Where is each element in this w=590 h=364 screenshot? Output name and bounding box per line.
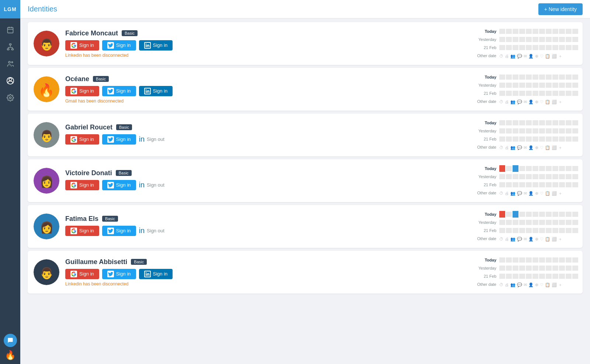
action-icon-1-3[interactable]: 🖨 [505,145,509,150]
action-icon-3-1[interactable]: 💬 [517,54,522,59]
signout-label-5[interactable]: Sign out [147,228,164,233]
action-icon-7-4[interactable]: ♡ [540,191,544,196]
action-icon-10-2[interactable]: ＋ [558,99,562,105]
action-icon-7-1[interactable]: ♡ [540,54,544,59]
action-icon-8-1[interactable]: 📋 [545,54,550,59]
action-icon-4-1[interactable]: ✉ [524,54,527,59]
google-signin-button-4[interactable]: Sign in [65,180,99,190]
action-icon-9-4[interactable]: ⬜ [552,191,557,196]
twitter-signin-button-3[interactable]: Sign in [102,134,136,145]
action-icon-4-3[interactable]: ✉ [524,145,527,150]
action-icon-6-4[interactable]: ⊕ [535,191,538,196]
google-signin-button-3[interactable]: Sign in [65,134,99,145]
action-icon-3-3[interactable]: 💬 [517,145,522,150]
action-icon-8-3[interactable]: 📋 [545,145,550,150]
action-icon-8-5[interactable]: 📋 [545,237,550,242]
action-icon-10-6[interactable]: ＋ [558,282,562,288]
action-icon-4-5[interactable]: ✉ [524,237,527,242]
action-icon-5-1[interactable]: 👤 [528,54,534,59]
action-icon-2-4[interactable]: 👥 [510,191,516,196]
twitter-signin-button-1[interactable]: Sign in [102,40,136,51]
action-icon-5-5[interactable]: 👤 [528,237,534,242]
google-signin-button-6[interactable]: Sign in [65,269,99,279]
twitter-signin-button-4[interactable]: Sign in [102,180,136,190]
action-icon-2-2[interactable]: 👥 [510,100,516,104]
action-icon-6-1[interactable]: ⊕ [535,54,538,59]
action-icon-9-1[interactable]: ⬜ [552,54,557,59]
action-icon-3-6[interactable]: 💬 [517,282,522,287]
action-icon-4-6[interactable]: ✉ [524,282,527,287]
action-icon-0-6[interactable]: ⏱ [499,282,503,287]
action-icon-7-2[interactable]: ♡ [540,100,544,104]
action-icon-3-4[interactable]: 💬 [517,191,522,196]
signout-label-3[interactable]: Sign out [147,136,164,142]
action-icon-0-2[interactable]: ⏱ [499,100,503,104]
google-signin-button-2[interactable]: Sign in [65,86,99,96]
action-icon-0-1[interactable]: ⏱ [499,54,503,58]
new-identity-button[interactable]: + New identity [538,3,583,15]
twitter-signin-button-5[interactable]: Sign in [102,226,136,236]
action-icon-8-2[interactable]: 📋 [545,100,550,104]
action-icon-5-4[interactable]: 👤 [528,191,534,196]
action-icon-2-5[interactable]: 👥 [510,237,516,242]
action-icon-1-6[interactable]: 🖨 [505,282,509,287]
sidebar-logo[interactable]: LGM [0,0,20,18]
action-icon-6-5[interactable]: ⊕ [535,237,538,242]
chat-button[interactable] [4,334,17,347]
action-icon-9-3[interactable]: ⬜ [552,145,557,150]
action-icon-5-2[interactable]: 👤 [528,100,534,104]
action-icon-9-2[interactable]: ⬜ [552,100,557,104]
action-icon-4-2[interactable]: ✉ [524,100,527,104]
sidebar-item-settings[interactable] [0,90,20,107]
action-icon-6-2[interactable]: ⊕ [535,100,538,104]
linkedin-signin-button-6[interactable]: Sign in [139,269,173,279]
action-icon-10-3[interactable]: ＋ [558,145,562,150]
action-icon-8-6[interactable]: 📋 [545,282,550,287]
action-icon-5-6[interactable]: 👤 [528,282,534,287]
action-icon-10-5[interactable]: ＋ [558,236,562,242]
action-icon-6-3[interactable]: ⊕ [535,145,538,150]
action-icon-10-4[interactable]: ＋ [558,191,562,196]
svg-point-11 [8,61,10,63]
linkedin-signin-button-2[interactable]: Sign in [139,86,173,96]
sidebar-item-calendar[interactable] [0,22,20,39]
linkedin-signout-3[interactable]: in Sign out [139,135,164,143]
action-icon-2-6[interactable]: 👥 [510,282,516,287]
action-icon-1-2[interactable]: 🖨 [505,100,509,104]
action-icon-1-1[interactable]: 🖨 [505,54,509,58]
action-icon-9-5[interactable]: ⬜ [552,237,557,242]
action-icon-7-6[interactable]: ♡ [540,282,544,287]
action-icon-8-4[interactable]: 📋 [545,191,550,196]
sidebar-item-org[interactable] [0,39,20,56]
action-icon-7-5[interactable]: ♡ [540,237,544,242]
bar [506,128,512,134]
twitter-signin-button-2[interactable]: Sign in [102,86,136,96]
twitter-signin-button-6[interactable]: Sign in [102,269,136,279]
action-icon-7-3[interactable]: ♡ [540,145,544,150]
action-icon-2-1[interactable]: 👥 [510,54,516,59]
action-icon-1-4[interactable]: 🖨 [505,191,509,195]
action-icon-0-4[interactable]: ⏱ [499,191,503,195]
action-icon-4-4[interactable]: ✉ [524,191,527,196]
linkedin-signout-4[interactable]: in Sign out [139,181,164,189]
fire-icon[interactable]: 🔥 [5,350,16,360]
action-icon-0-3[interactable]: ⏱ [499,145,503,150]
action-icon-1-5[interactable]: 🖨 [505,237,509,241]
google-signin-button-5[interactable]: Sign in [65,226,99,236]
bar [566,91,572,96]
linkedin-signin-button-1[interactable]: Sign in [139,40,173,51]
signout-label-4[interactable]: Sign out [147,182,164,188]
linkedin-signout-5[interactable]: in Sign out [139,226,164,235]
sidebar-item-identity[interactable] [0,73,20,90]
sidebar-item-users[interactable] [0,56,20,73]
action-icon-0-5[interactable]: ⏱ [499,237,503,241]
action-icon-9-6[interactable]: ⬜ [552,282,557,287]
google-signin-button-1[interactable]: Sign in [65,40,99,51]
action-icon-3-5[interactable]: 💬 [517,237,522,242]
bar [526,83,532,88]
action-icon-10-1[interactable]: ＋ [558,53,562,59]
action-icon-2-3[interactable]: 👥 [510,145,516,150]
action-icon-3-2[interactable]: 💬 [517,100,522,104]
action-icon-5-3[interactable]: 👤 [528,145,534,150]
action-icon-6-6[interactable]: ⊕ [535,282,538,287]
